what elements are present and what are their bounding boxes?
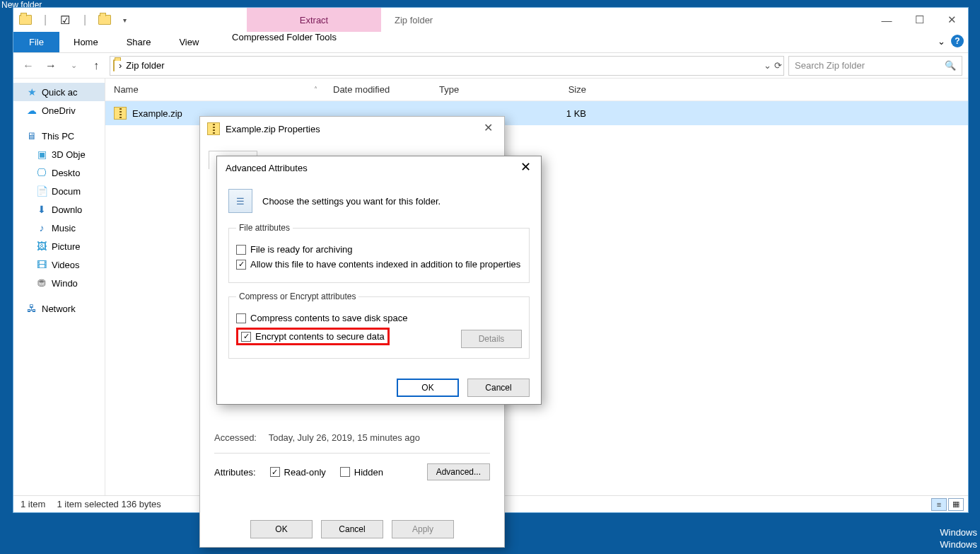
sidebar-documents[interactable]: 📄Docum	[13, 182, 105, 200]
cloud-icon: ☁	[26, 105, 37, 116]
sidebar-pictures[interactable]: 🖼Picture	[13, 237, 105, 255]
item-count: 1 item	[21, 499, 45, 509]
properties-cancel-button[interactable]: Cancel	[321, 520, 383, 538]
sidebar-label: Picture	[52, 241, 80, 252]
sidebar-windows-drive[interactable]: ⛃Windo	[13, 274, 105, 292]
search-placeholder: Search Zip folder	[795, 60, 865, 71]
sidebar-videos[interactable]: 🎞Videos	[13, 255, 105, 274]
advanced-cancel-button[interactable]: Cancel	[467, 379, 530, 397]
quick-access-toolbar: | ☑ | ▾	[13, 8, 136, 32]
address-bar[interactable]: › Zip folder ⌄ ⟳	[110, 56, 784, 76]
sidebar-label: Quick ac	[42, 87, 78, 98]
sidebar-music[interactable]: ♪Music	[13, 219, 105, 237]
compressed-folder-tools-tab[interactable]: Compressed Folder Tools	[217, 32, 351, 42]
archive-checkbox[interactable]	[236, 245, 246, 255]
sidebar-label: 3D Obje	[52, 149, 86, 160]
advanced-titlebar[interactable]: Advanced Attributes ✕	[217, 156, 541, 179]
menu-row: File Home Share View Compressed Folder T…	[13, 32, 968, 53]
maximize-button[interactable]: ☐	[903, 8, 935, 32]
sidebar-onedrive[interactable]: ☁OneDriv	[13, 101, 105, 120]
hidden-checkbox[interactable]	[340, 467, 350, 477]
minimize-button[interactable]: —	[870, 8, 903, 32]
icons-view-button[interactable]: ▦	[948, 498, 964, 511]
sidebar-label: Windo	[52, 278, 78, 289]
search-box[interactable]: Search Zip folder 🔍	[788, 56, 962, 76]
sidebar-label: Deskto	[52, 168, 80, 178]
properties-qat-icon[interactable]: ☑	[57, 12, 73, 28]
column-size[interactable]: Size	[530, 84, 600, 95]
advanced-button[interactable]: Advanced...	[427, 463, 490, 480]
home-menu[interactable]: Home	[59, 32, 112, 52]
attributes-icon: ☰	[228, 189, 252, 213]
readonly-label: Read-only	[284, 467, 326, 478]
folder-icon	[18, 12, 33, 28]
file-menu[interactable]: File	[13, 32, 59, 52]
sort-indicator-icon: ˄	[314, 86, 317, 93]
desktop-icon: 🖵	[36, 167, 47, 178]
windows-watermark: Windows Windows	[940, 527, 977, 551]
forward-button[interactable]: →	[42, 57, 60, 75]
new-folder-qat-icon[interactable]	[97, 12, 112, 28]
qat-separator2: |	[77, 12, 93, 28]
encrypt-checkbox[interactable]	[241, 332, 251, 342]
sidebar-3d-objects[interactable]: ▣3D Obje	[13, 145, 105, 163]
sidebar-downloads[interactable]: ⬇Downlo	[13, 200, 105, 219]
refresh-icon[interactable]: ⟳	[774, 60, 782, 71]
properties-ok-button[interactable]: OK	[250, 520, 313, 538]
help-icon[interactable]: ?	[951, 35, 964, 47]
music-icon: ♪	[36, 222, 47, 233]
ribbon-collapse-icon[interactable]: ⌄	[938, 36, 945, 47]
index-checkbox[interactable]	[236, 260, 246, 270]
compress-encrypt-group: Compress or Encrypt attributes Compress …	[228, 292, 530, 359]
advanced-title: Advanced Attributes	[226, 163, 308, 173]
back-button[interactable]: ←	[19, 57, 37, 75]
attributes-label: Attributes:	[214, 467, 256, 478]
compress-encrypt-legend: Compress or Encrypt attributes	[236, 292, 358, 301]
selection-info: 1 item selected 136 bytes	[57, 499, 161, 509]
drive-icon: ⛃	[36, 277, 47, 289]
column-date[interactable]: Date modified	[325, 84, 431, 95]
properties-titlebar[interactable]: Example.zip Properties ✕	[200, 117, 504, 141]
view-menu[interactable]: View	[165, 32, 213, 52]
column-type[interactable]: Type	[431, 84, 530, 95]
column-headers: Name˄ Date modified Type Size	[105, 79, 968, 101]
qat-dropdown-icon[interactable]: ▾	[117, 12, 132, 28]
column-name[interactable]: Name˄	[105, 84, 325, 95]
accessed-value: Today, July 26, 2019, 15 minutes ago	[269, 432, 420, 443]
window-title: Zip folder	[381, 8, 443, 32]
download-icon: ⬇	[36, 204, 47, 215]
sidebar-this-pc[interactable]: 🖥This PC	[13, 127, 105, 145]
details-view-button[interactable]: ≡	[931, 498, 947, 511]
file-attributes-group: File attributes File is ready for archiv…	[228, 223, 530, 283]
recent-locations-dropdown[interactable]: ⌄	[64, 57, 83, 75]
zip-file-icon	[207, 122, 220, 135]
network-icon: 🖧	[26, 303, 37, 314]
accessed-label: Accessed:	[214, 432, 257, 443]
hidden-label: Hidden	[354, 467, 383, 478]
details-button[interactable]: Details	[461, 330, 522, 348]
advanced-ok-button[interactable]: OK	[397, 379, 459, 397]
up-button[interactable]: ↑	[87, 57, 105, 75]
breadcrumb-current[interactable]: Zip folder	[126, 60, 164, 71]
qat-separator: |	[37, 12, 53, 28]
extract-context-tab[interactable]: Extract	[247, 8, 381, 32]
sidebar-label: Network	[42, 304, 76, 314]
readonly-checkbox[interactable]	[270, 467, 280, 477]
advanced-intro: Choose the settings you want for this fo…	[262, 196, 441, 207]
sidebar-label: OneDriv	[42, 105, 76, 116]
zip-file-icon	[114, 107, 127, 120]
advanced-close-button[interactable]: ✕	[515, 159, 535, 175]
properties-apply-button[interactable]: Apply	[392, 520, 454, 538]
sidebar-label: Docum	[52, 186, 81, 197]
compress-checkbox[interactable]	[236, 313, 246, 323]
sidebar-desktop[interactable]: 🖵Deskto	[13, 163, 105, 182]
sidebar-quick-access[interactable]: ★Quick ac	[13, 83, 105, 101]
close-button[interactable]: ✕	[935, 8, 968, 32]
address-dropdown-icon[interactable]: ⌄	[764, 60, 771, 71]
picture-icon: 🖼	[36, 241, 47, 252]
sidebar-network[interactable]: 🖧Network	[13, 299, 105, 318]
share-menu[interactable]: Share	[112, 32, 165, 52]
sidebar-label: Music	[52, 223, 76, 233]
properties-close-button[interactable]: ✕	[477, 121, 498, 134]
address-bar-row: ← → ⌄ ↑ › Zip folder ⌄ ⟳ Search Zip fold…	[13, 53, 968, 79]
